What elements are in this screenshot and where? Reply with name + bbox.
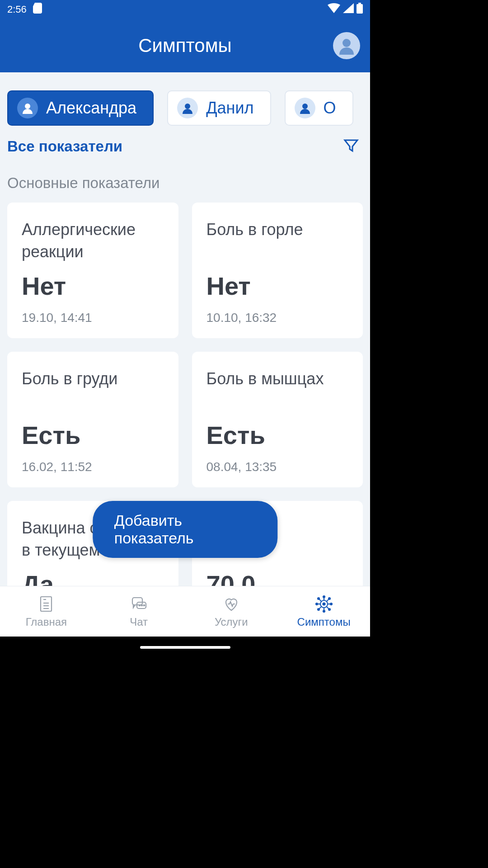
svg-point-30 — [318, 598, 319, 599]
app-header: Симптомы — [0, 19, 370, 72]
system-home-indicator — [0, 637, 370, 658]
svg-point-31 — [328, 609, 330, 610]
svg-point-14 — [141, 604, 142, 605]
fab-label: Добавить показатель — [114, 512, 194, 547]
svg-point-5 — [302, 104, 308, 109]
indicator-value: Нет — [206, 271, 349, 301]
bottom-navigation: Главная Чат Услуги Симптомы — [0, 586, 370, 637]
indicator-card[interactable]: Боль в мышцах Есть 08.04, 13:35 — [192, 352, 363, 487]
svg-point-13 — [139, 604, 140, 605]
sd-card-icon — [33, 3, 42, 16]
document-icon — [37, 595, 55, 613]
indicator-title: Аллергические реакции — [22, 219, 164, 265]
profile-chip[interactable]: О — [285, 90, 353, 126]
svg-point-29 — [330, 603, 332, 605]
svg-point-28 — [316, 603, 318, 605]
profile-chip-avatar-icon — [295, 98, 315, 118]
filter-row: Все показатели — [7, 133, 363, 159]
filter-button[interactable] — [343, 137, 359, 156]
svg-point-26 — [323, 596, 325, 598]
all-indicators-label[interactable]: Все показатели — [7, 138, 122, 155]
svg-rect-6 — [41, 597, 52, 611]
profile-chip[interactable]: Данил — [167, 90, 271, 126]
home-bar[interactable] — [140, 646, 230, 649]
profile-chip-label: О — [324, 99, 336, 118]
profile-chip-label: Александра — [46, 99, 136, 118]
indicator-value: 70.0 — [206, 570, 349, 586]
profile-chip-label: Данил — [206, 99, 253, 118]
indicator-date: 08.04, 13:35 — [206, 460, 349, 474]
indicator-card[interactable]: Аллергические реакции Нет 19.10, 14:41 — [7, 203, 178, 338]
indicator-date: 10.10, 16:32 — [206, 311, 349, 325]
nav-label: Симптомы — [297, 616, 351, 628]
status-time: 2:56 — [7, 4, 27, 15]
chat-icon — [130, 595, 148, 613]
profile-chip-avatar-icon — [177, 98, 198, 118]
section-title: Основные показатели — [7, 159, 363, 203]
indicator-date: 16.02, 11:52 — [22, 460, 164, 474]
page-title: Симптомы — [138, 35, 232, 57]
nav-label: Главная — [26, 616, 67, 628]
indicator-title: Боль в мышцах — [206, 368, 349, 414]
svg-rect-0 — [357, 4, 363, 14]
svg-point-4 — [185, 104, 190, 109]
add-indicator-button[interactable]: Добавить показатель — [93, 501, 278, 558]
battery-icon — [357, 3, 363, 16]
profile-avatar-button[interactable] — [333, 32, 360, 59]
nav-chat[interactable]: Чат — [93, 586, 185, 637]
indicator-value: Да — [22, 570, 164, 586]
nav-services[interactable]: Услуги — [185, 586, 278, 637]
svg-point-27 — [323, 610, 325, 612]
svg-point-3 — [25, 104, 30, 109]
signal-icon — [343, 3, 354, 16]
heart-pulse-icon — [222, 595, 240, 613]
indicator-title: Боль в груди — [22, 368, 164, 414]
svg-point-33 — [318, 609, 319, 610]
indicator-value: Есть — [22, 420, 164, 450]
svg-point-32 — [328, 598, 330, 599]
indicator-date: 19.10, 14:41 — [22, 311, 164, 325]
status-bar: 2:56 — [0, 0, 370, 19]
indicator-value: Есть — [206, 420, 349, 450]
indicator-value: Нет — [22, 271, 164, 301]
nav-home[interactable]: Главная — [0, 586, 93, 637]
svg-rect-1 — [358, 3, 361, 4]
main-content: Александра Данил О Все показатели Основн… — [0, 72, 370, 586]
svg-point-2 — [343, 39, 351, 47]
indicator-title: Боль в горле — [206, 219, 349, 265]
svg-point-17 — [323, 603, 325, 605]
profile-chip-avatar-icon — [17, 98, 38, 118]
user-icon — [336, 35, 357, 57]
profile-selector[interactable]: Александра Данил О — [7, 72, 363, 133]
wifi-icon — [328, 3, 340, 16]
svg-point-15 — [144, 604, 145, 605]
indicator-card[interactable]: Боль в горле Нет 10.10, 16:32 — [192, 203, 363, 338]
virus-icon — [315, 595, 333, 613]
profile-chip-active[interactable]: Александра — [7, 90, 154, 126]
nav-label: Чат — [130, 616, 148, 628]
indicator-card[interactable]: Боль в груди Есть 16.02, 11:52 — [7, 352, 178, 487]
nav-label: Услуги — [215, 616, 248, 628]
nav-symptoms[interactable]: Симптомы — [277, 586, 370, 637]
